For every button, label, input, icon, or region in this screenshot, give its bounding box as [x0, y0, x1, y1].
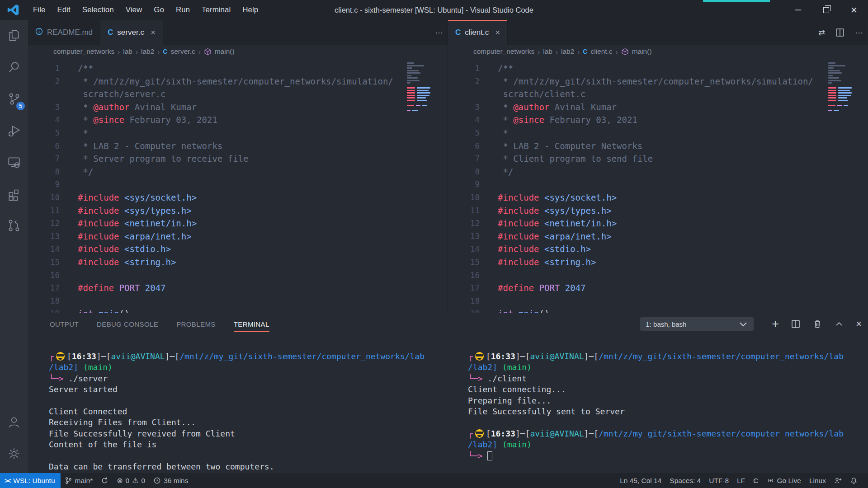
title-progress-strip	[703, 0, 770, 2]
git-branch-status[interactable]: main*	[61, 473, 97, 488]
feedback-button[interactable]	[830, 473, 846, 488]
terminal-line: ┌[16:33]─[avii@AVINAL]─[/mnt/z/my_git/si…	[468, 351, 866, 362]
panel: OUTPUT DEBUG CONSOLE PROBLEMS TERMINAL 1…	[28, 313, 868, 473]
menu-terminal[interactable]: Terminal	[196, 0, 236, 20]
tab-client-c[interactable]: C client.c ×	[448, 20, 508, 45]
chevron-right-icon: ›	[577, 48, 580, 56]
breadcrumb-item[interactable]: client.c	[590, 47, 612, 56]
account-icon[interactable]	[0, 406, 28, 438]
code-line: 16	[28, 269, 448, 282]
cursor-position[interactable]: Ln 45, Col 14	[616, 473, 665, 488]
breadcrumb-left: computer_networks› lab› lab2› C server.c…	[28, 45, 448, 58]
breadcrumb-item[interactable]: computer_networks	[473, 47, 534, 56]
notifications-bell[interactable]	[846, 473, 862, 488]
extensions-icon[interactable]	[0, 178, 28, 210]
remote-indicator[interactable]: >< WSL: Ubuntu	[0, 473, 61, 488]
terminal-client[interactable]: ┌[16:33]─[avii@AVINAL]─[/mnt/z/my_git/si…	[468, 335, 866, 473]
code-line: 14#include <stdio.h>	[28, 243, 448, 256]
terminal-line: ┌[16:33]─[avii@AVINAL]─[/mnt/z/my_git/si…	[468, 428, 866, 439]
code-line: 18	[448, 295, 868, 308]
run-debug-icon[interactable]	[0, 115, 28, 146]
tab-debug-console[interactable]: DEBUG CONSOLE	[97, 313, 158, 335]
kill-terminal-trash-icon[interactable]	[812, 319, 822, 329]
eol-sequence[interactable]: LF	[733, 473, 749, 488]
time-tracker-status[interactable]: 36 mins	[149, 473, 192, 488]
editor-area: README.md C server.c × ··· computer_netw…	[28, 20, 868, 313]
sunglasses-emoji	[475, 429, 484, 438]
breadcrumb-item[interactable]: lab	[543, 47, 552, 56]
menu-run[interactable]: Run	[170, 0, 196, 20]
error-icon: ⊗	[117, 476, 123, 485]
more-actions-icon[interactable]: ···	[435, 28, 443, 38]
code-editor-client[interactable]: 1/**2 * /mnt/z/my_git/sixth-semester/com…	[448, 58, 868, 313]
split-terminal-icon[interactable]	[791, 319, 801, 329]
tab-close-icon[interactable]: ×	[151, 28, 156, 38]
language-mode[interactable]: C	[749, 473, 762, 488]
minimize-button[interactable]: ─	[784, 0, 812, 20]
maximize-panel-chevron-up-icon[interactable]	[834, 319, 844, 329]
menu-edit[interactable]: Edit	[51, 0, 76, 20]
restore-button[interactable]	[812, 0, 840, 20]
encoding[interactable]: UTF-8	[705, 473, 733, 488]
terminal-split-divider[interactable]	[456, 335, 456, 473]
minimap[interactable]	[407, 62, 439, 116]
menu-go[interactable]: Go	[148, 0, 170, 20]
sync-status[interactable]	[97, 473, 113, 488]
terminal-line: /lab2] (main)	[468, 439, 866, 450]
tab-problems[interactable]: PROBLEMS	[176, 313, 216, 335]
code-line: 5 *	[448, 127, 868, 140]
minimap[interactable]	[828, 62, 860, 116]
code-line: 11#include <sys/types.h>	[448, 204, 868, 217]
tab-close-icon[interactable]: ×	[495, 28, 500, 38]
tab-client-c-label: client.c	[465, 28, 489, 37]
github-pullrequest-icon[interactable]	[0, 210, 28, 241]
breadcrumb-item[interactable]: lab2	[561, 47, 574, 56]
sunglasses-emoji	[475, 352, 484, 361]
code-editor-server[interactable]: 1/**2 * /mnt/z/my_git/sixth-semester/com…	[28, 58, 448, 313]
tab-server-c[interactable]: C server.c ×	[100, 20, 163, 45]
os-indicator[interactable]: Linux	[805, 473, 830, 488]
settings-gear-icon[interactable]	[0, 438, 28, 469]
chevron-right-icon: ›	[538, 48, 540, 56]
split-editor-icon[interactable]	[835, 28, 845, 38]
code-line: 2 * /mnt/z/my_git/sixth-semester/compute…	[28, 75, 448, 88]
terminal-server[interactable]: ┌[16:33]─[avii@AVINAL]─[/mnt/z/my_git/si…	[49, 335, 451, 473]
source-control-icon[interactable]: 5	[0, 83, 28, 115]
terminal-line: Data can be transferred between two comp…	[49, 461, 451, 472]
code-line: 19int main()	[448, 307, 868, 313]
code-line: 15#include <string.h>	[448, 256, 868, 269]
breadcrumb-item[interactable]: server.c	[170, 47, 195, 56]
menu-selection[interactable]: Selection	[76, 0, 120, 20]
remote-explorer-icon[interactable]	[0, 146, 28, 178]
menu-view[interactable]: View	[120, 0, 148, 20]
tab-bar-left: README.md C server.c × ···	[28, 20, 448, 45]
code-line: scratch/client.c	[448, 88, 868, 101]
tab-output[interactable]: OUTPUT	[50, 313, 79, 335]
breadcrumb-item[interactable]: lab2	[141, 47, 154, 56]
breadcrumb-item[interactable]: computer_networks	[53, 47, 114, 56]
explorer-icon[interactable]	[0, 20, 28, 52]
open-changes-icon[interactable]: ⇄	[818, 28, 825, 38]
close-panel-icon[interactable]: ×	[856, 318, 862, 330]
close-button[interactable]: ✕	[840, 0, 868, 20]
tab-readme[interactable]: README.md	[28, 20, 100, 45]
breadcrumb-item[interactable]: lab	[123, 47, 132, 56]
breadcrumb-item[interactable]: main()	[215, 47, 235, 56]
menu-file[interactable]: File	[27, 0, 51, 20]
terminal-select[interactable]: 1: bash, bash	[640, 317, 754, 331]
breadcrumb-item[interactable]: main()	[632, 47, 652, 56]
c-file-icon: C	[583, 48, 587, 55]
new-terminal-icon[interactable]: +	[772, 319, 779, 329]
menu-help[interactable]: Help	[236, 0, 264, 20]
go-live-button[interactable]: Go Live	[763, 473, 805, 488]
tab-server-c-label: server.c	[117, 28, 144, 37]
panel-tab-bar: OUTPUT DEBUG CONSOLE PROBLEMS TERMINAL 1…	[28, 313, 868, 335]
terminal-line: └─> ./server	[49, 373, 451, 384]
tab-terminal[interactable]: TERMINAL	[234, 313, 269, 335]
more-actions-icon[interactable]: ···	[855, 28, 863, 38]
search-icon[interactable]	[0, 52, 28, 83]
code-line: 7 * Client program to send file	[448, 152, 868, 165]
problems-status[interactable]: ⊗ 0 ⚠ 0	[113, 473, 149, 488]
indentation[interactable]: Spaces: 4	[665, 473, 705, 488]
code-line: 8 */	[28, 165, 448, 178]
